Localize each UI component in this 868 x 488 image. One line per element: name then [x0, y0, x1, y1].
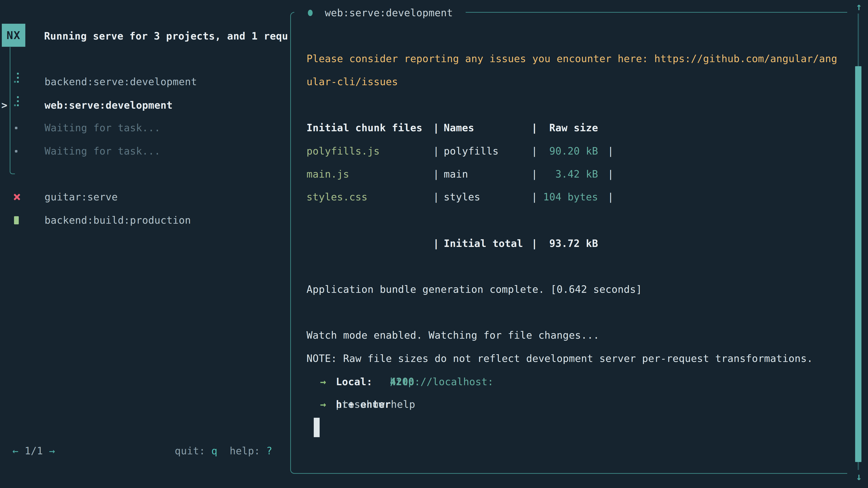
col-names-header: Names: [444, 122, 474, 134]
help-label: help:: [217, 445, 266, 457]
task-row-waiting-2[interactable]: Waiting for task...: [0, 138, 290, 164]
issues-report-line-1: Please consider reporting any issues you…: [307, 53, 837, 65]
chunk-name: polyfills: [444, 145, 499, 158]
issues-report-line-2: ular-cli/issues: [307, 75, 398, 88]
waiting-dot-icon: [15, 127, 18, 129]
task-row-guitar-serve[interactable]: guitar:serve: [0, 184, 290, 210]
chunk-name: styles: [444, 191, 480, 203]
next-page-arrow-icon[interactable]: →: [49, 445, 55, 457]
scrollbar-thumb[interactable]: [855, 66, 862, 462]
chunk-file: polyfills.js: [307, 145, 380, 158]
terminal-output: Please consider reporting any issues you…: [307, 0, 868, 488]
pipe-separator: |: [433, 237, 439, 250]
failed-x-icon: [13, 193, 21, 201]
initial-total-size: 93.72 kB: [538, 237, 598, 250]
pipe-separator: |: [608, 191, 614, 203]
spinner-icon: [0, 93, 23, 118]
pipe-separator: |: [531, 237, 537, 250]
initial-total-row: | Initial total | 93.72 kB: [307, 237, 868, 250]
chunk-size: 3.42 kB: [538, 168, 598, 181]
local-label: Local:: [336, 376, 373, 388]
page-position: 1/1: [25, 445, 43, 457]
chunk-file: styles.css: [307, 191, 368, 203]
note-line: NOTE: Raw file sizes do not reflect deve…: [307, 352, 813, 365]
nx-logo-text: NX: [6, 29, 21, 41]
spinner-icon: [0, 69, 23, 94]
task-row-backend-serve[interactable]: backend:serve:development: [0, 69, 290, 94]
pipe-separator: |: [531, 191, 537, 203]
arrow-right-icon: →: [320, 376, 326, 388]
chunk-file: main.js: [307, 168, 349, 181]
quit-key: q: [211, 445, 217, 457]
success-square-icon: [14, 216, 19, 224]
task-row-waiting-1[interactable]: Waiting for task...: [0, 115, 290, 140]
pipe-separator: |: [433, 191, 439, 203]
pipe-separator: |: [608, 168, 614, 181]
app-header-title: Running serve for 3 projects, and 1 requ: [44, 30, 289, 42]
pipe-separator: |: [531, 122, 537, 134]
pipe-separator: |: [433, 122, 439, 134]
pipe-separator: |: [433, 145, 439, 158]
pipe-separator: |: [531, 168, 537, 181]
pagination: ← 1/1 →: [12, 445, 55, 457]
waiting-dot-icon: [15, 150, 18, 153]
task-label: web:serve:development: [44, 93, 173, 118]
prev-page-arrow-icon[interactable]: ←: [12, 445, 19, 457]
col-rawsize-header: Raw size: [538, 122, 598, 134]
scroll-down-arrow-icon[interactable]: ↓: [852, 470, 866, 483]
pipe-separator: |: [608, 145, 614, 158]
arrow-right-icon: →: [320, 398, 326, 411]
task-label: backend:serve:development: [44, 69, 197, 94]
help-hint-line: → press h + enter to show help: [307, 398, 868, 411]
chunk-table-row: polyfills.js | polyfills | 90.20 kB |: [307, 145, 868, 158]
task-row-web-serve[interactable]: > web:serve:development: [0, 93, 290, 118]
watch-mode-line: Watch mode enabled. Watching for file ch…: [307, 329, 599, 341]
terminal-cursor: [314, 418, 320, 437]
help-key: ?: [266, 445, 272, 457]
scroll-up-arrow-icon[interactable]: ↑: [852, 0, 866, 13]
task-row-backend-build[interactable]: backend:build:production: [0, 207, 290, 233]
pipe-separator: |: [531, 145, 537, 158]
local-url-line: → Local: http://localhost:4200/: [307, 376, 868, 388]
chunk-table-header: Initial chunk files | Names | Raw size: [307, 122, 868, 134]
chunk-size: 90.20 kB: [538, 145, 598, 158]
chunk-table-row: styles.css | styles | 104 bytes |: [307, 191, 868, 203]
task-label: guitar:serve: [44, 184, 118, 210]
pipe-separator: |: [433, 168, 439, 181]
keyboard-shortcuts: quit: q help: ?: [175, 445, 272, 457]
quit-label: quit:: [175, 445, 211, 457]
chunk-name: main: [444, 168, 468, 181]
task-label: backend:build:production: [44, 207, 191, 233]
initial-total-label: Initial total: [444, 237, 523, 250]
chunk-size: 104 bytes: [538, 191, 598, 203]
task-tree-guide-corner: [10, 168, 15, 174]
nx-tui-window: NX Running serve for 3 projects, and 1 r…: [0, 0, 868, 488]
nx-logo: NX: [2, 24, 25, 47]
bundle-complete-line: Application bundle generation complete. …: [307, 283, 642, 296]
task-label: Waiting for task...: [44, 138, 160, 164]
task-label: Waiting for task...: [44, 115, 160, 140]
col-files-header: Initial chunk files: [307, 122, 423, 134]
chunk-table-row: main.js | main | 3.42 kB |: [307, 168, 868, 181]
